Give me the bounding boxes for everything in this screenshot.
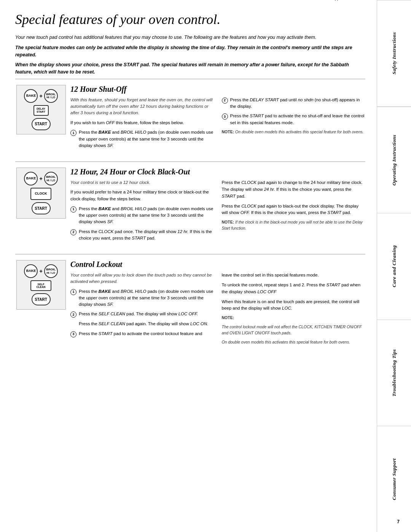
section1-col-right: 2 Press the DELAY START pad until no shd… [222,97,366,152]
plus-sign: + [39,93,42,99]
sidebar-tab-safety[interactable]: Safety Instructions [377,0,411,107]
section1-steps-right: 2 Press the DELAY START pad until no shd… [222,97,366,126]
sidebar-tabs: Safety Instructions Operating Instructio… [377,0,411,532]
section1-title: 12 Hour Shut-Off [70,85,365,94]
section1-two-col: With this feature, should you forget and… [70,97,365,152]
section3-note-label: NOTE: [222,315,366,321]
section3-steps-left: 1 Press the BAKE and BROIL HI/LO pads (o… [70,288,214,337]
step-text: Press the DELAY START pad until no shdn … [230,97,366,110]
section3-right-text2: To unlock the control, repeat steps 1 an… [222,282,366,296]
step-item: 2 Press the SELF CLEAN pad. The display … [70,311,214,318]
page-number: 7 [397,519,400,524]
section3-right-text1: leave the control set in this special fe… [222,272,366,279]
section2-diagram: BAKE + BROIL HI / LO CLOCK START [15,168,70,244]
section2-steps-left: 1 Press the BAKE and BROIL HI/LO pads (o… [70,206,214,241]
broil-button[interactable]: BROIL HI / LO [44,264,58,278]
section3-content: Control Lockout Your control will allow … [70,260,365,345]
section1-col-left: With this feature, should you forget and… [70,97,214,152]
section1-diagram: BAKE + BROIL HI / LO DELAY START START [15,85,70,152]
step-text: Press the BAKE and BROIL HI/LO pads (on … [79,206,214,225]
section1-body1: If you wish to turn OFF this feature, fo… [70,120,214,126]
section1-steps-left: 1 Press the BAKE and BROIL HI/LO pads (o… [70,129,214,149]
section3-title: Control Lockout [70,260,365,269]
intro-paragraph-1: Your new touch pad control has additiona… [15,34,365,41]
step-text: Press the SELF CLEAN pad again. The disp… [79,321,208,327]
page-title: Special features of your oven control. [15,11,220,27]
step-num: 1 [70,289,76,295]
broil-button[interactable]: BROIL HI / LO [44,89,58,103]
section1-content: 12 Hour Shut-Off With this feature, shou… [70,85,365,152]
self-clean-button[interactable]: SELF CLEAN [30,280,51,291]
section3-col-right: leave the control set in this special fe… [222,272,366,345]
section3-col-left: Your control will allow you to lock down… [70,272,214,345]
sidebar-tab-consumer[interactable]: Consumer Support [377,426,411,532]
step-text: Press the START pad to activate the cont… [79,331,202,337]
step-num: 1 [70,206,76,212]
step-num: 3 [222,113,228,120]
section2-col-left: Your control is set to use a 12 hour clo… [70,179,214,244]
section3-intro: Your control will allow you to lock down… [70,272,214,285]
section2-note: NOTE: If the clock is in the black-out m… [222,219,366,232]
section3-two-col: Your control will allow you to lock down… [70,272,365,345]
website-url: www.GEAppliances.com [316,0,362,1]
section3-note-text1: The control lockout mode will not affect… [222,324,366,336]
start-button[interactable]: START [32,202,51,214]
section1-note: NOTE: On double oven models this activat… [222,129,366,135]
section1-intro: With this feature, should you forget and… [70,97,214,117]
section2-content: 12 Hour, 24 Hour or Clock Black-Out Your… [70,168,365,244]
bake-button[interactable]: BAKE [24,172,38,185]
step-item: 1 Press the BAKE and BROIL HI/LO pads (o… [70,129,214,149]
start-button[interactable]: START [32,118,51,130]
section2-right-text2: Press the CLOCK pad again to black-out t… [222,203,366,217]
step-num: 2 [222,97,228,104]
section2-col-right: Press the CLOCK pad again to change to t… [222,179,366,244]
section2-title: 12 Hour, 24 Hour or Clock Black-Out [70,168,365,176]
step-num: 2 [70,229,76,235]
pad-row-top: BAKE + BROIL HI / LO [24,89,57,103]
section3-right-text3: When this feature is on and the touch pa… [222,299,366,312]
pad-row-top: BAKE + BROIL HI / LO [24,264,57,278]
section2-right-text1: Press the CLOCK pad again to change to t… [222,179,366,200]
step-text: Press the START pad to activate the no s… [230,113,366,126]
step-item: 2 Press the DELAY START pad until no shd… [222,97,366,110]
section2-intro: Your control is set to use a 12 hour clo… [70,179,214,186]
clock-button[interactable]: CLOCK [30,188,51,200]
step-item: 3 Press the START pad to activate the no… [222,113,366,126]
delay-start-button[interactable]: DELAY START [33,105,49,116]
intro-paragraph-2: The special feature modes can only be ac… [15,44,365,59]
step-item: 1 Press the BAKE and BROIL HI/LO pads (o… [70,288,214,308]
intro-paragraph-3: When the display shows your choice, pres… [15,61,365,76]
step-text: Press the BAKE and BROIL HI/LO pads (on … [79,129,214,149]
step-text: Press the CLOCK pad once. The display wi… [79,228,214,242]
section3-note-text2: On double oven models this activates thi… [222,339,366,345]
pad-diagram-1: BAKE + BROIL HI / LO DELAY START START [16,85,66,134]
section-clock-blackout: BAKE + BROIL HI / LO CLOCK START 12 Hour… [15,161,365,250]
sidebar-tab-troubleshooting[interactable]: Troubleshooting Tips [377,320,411,426]
pad-diagram-2: BAKE + BROIL HI / LO CLOCK START [16,168,66,219]
step-item: 1 Press the BAKE and BROIL HI/LO pads (o… [70,206,214,225]
right-sidebar: Safety Instructions Operating Instructio… [377,0,411,532]
blank-step [70,321,76,327]
pad-diagram-3: BAKE + BROIL HI / LO SELF CLEAN START [16,260,66,310]
sidebar-tab-care[interactable]: Care and Cleaning [377,213,411,319]
step-item: 3 Press the START pad to activate the co… [70,331,214,337]
start-button[interactable]: START [32,293,51,305]
bake-button[interactable]: BAKE [24,264,38,278]
bake-button[interactable]: BAKE [24,89,38,103]
broil-button[interactable]: BROIL HI / LO [44,172,58,185]
step-text: Press the SELF CLEAN pad. The display wi… [79,311,198,318]
section3-diagram: BAKE + BROIL HI / LO SELF CLEAN START [15,260,70,345]
step-item: 2 Press the CLOCK pad once. The display … [70,228,214,242]
main-content: Special features of your oven control. w… [0,0,377,532]
section2-body1: If you would prefer to have a 24 hour mi… [70,189,214,203]
step-item: Press the SELF CLEAN pad again. The disp… [70,321,214,327]
step-num: 1 [70,130,76,136]
sidebar-tab-operating[interactable]: Operating Instructions [377,107,411,213]
plus-sign: + [39,268,42,274]
section-12-hour-shutoff: BAKE + BROIL HI / LO DELAY START START [15,79,365,158]
step-num: 3 [70,331,76,337]
header-row: Special features of your oven control. w… [15,11,365,29]
pad-row-top: BAKE + BROIL HI / LO [24,172,57,185]
step-num: 2 [70,312,76,318]
section2-two-col: Your control is set to use a 12 hour clo… [70,179,365,244]
